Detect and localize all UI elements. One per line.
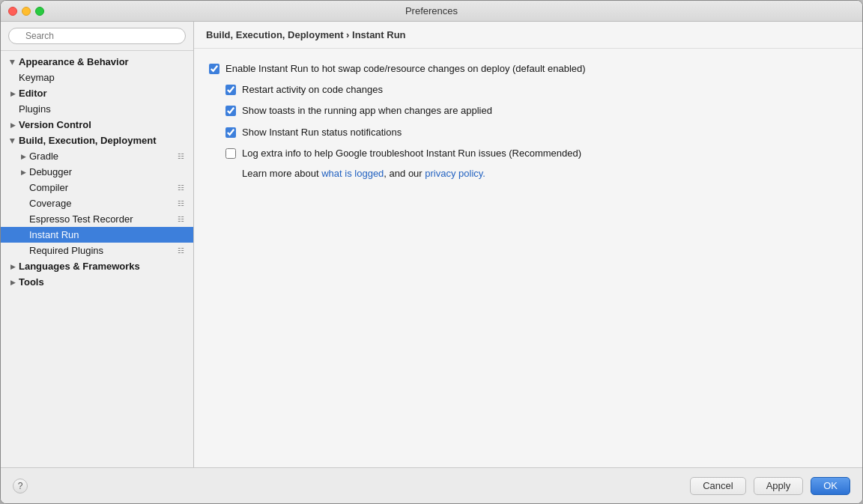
- sidebar-item-debugger[interactable]: ▶ Debugger: [1, 164, 193, 180]
- arrow-icon: ▶: [8, 89, 17, 98]
- checkbox-label-5: Log extra info to help Google troublesho…: [242, 147, 581, 160]
- page-icon: ☷: [175, 183, 186, 193]
- checkbox-row-1: Enable Instant Run to hot swap code/reso…: [209, 62, 847, 76]
- checkbox-show-status-notifications[interactable]: [225, 127, 236, 138]
- arrow-icon: ▶: [8, 121, 17, 130]
- checkbox-row-4: Show Instant Run status notifications: [225, 126, 847, 139]
- nav-tree: ▶ Appearance & Behavior Keymap ▶ Editor …: [1, 51, 193, 467]
- apply-button[interactable]: Apply: [754, 477, 804, 495]
- search-wrapper: ⌕: [8, 28, 186, 44]
- cancel-button[interactable]: Cancel: [690, 477, 745, 495]
- sidebar-item-required-plugins[interactable]: Required Plugins ☷: [1, 243, 193, 258]
- traffic-lights: [8, 7, 44, 16]
- checkbox-log-extra-info[interactable]: [225, 148, 236, 159]
- main-content: Build, Execution, Deployment › Instant R…: [194, 22, 862, 467]
- sidebar-item-coverage[interactable]: Coverage ☷: [1, 195, 193, 211]
- learn-more-prefix: Learn more about: [242, 168, 321, 179]
- sidebar-item-version-control[interactable]: ▶ Version Control: [1, 117, 193, 133]
- sidebar-item-espresso-test-recorder[interactable]: Espresso Test Recorder ☷: [1, 211, 193, 227]
- settings-panel: Enable Instant Run to hot swap code/reso…: [194, 49, 862, 467]
- arrow-icon: ▶: [8, 136, 17, 145]
- arrow-icon: ▶: [8, 278, 17, 287]
- arrow-icon: ▶: [19, 152, 28, 161]
- page-icon: ☷: [175, 198, 186, 209]
- breadcrumb: Build, Execution, Deployment › Instant R…: [194, 22, 862, 49]
- checkbox-show-toasts[interactable]: [225, 106, 236, 116]
- window-title: Preferences: [405, 5, 458, 16]
- arrow-icon: ▶: [8, 262, 17, 271]
- checkbox-row-3: Show toasts in the running app when chan…: [225, 104, 847, 118]
- checkbox-label-4: Show Instant Run status notifications: [242, 126, 402, 139]
- maximize-button[interactable]: [35, 7, 44, 16]
- page-icon: ☷: [175, 214, 186, 225]
- indent-section: Restart activity on code changes Show to…: [225, 83, 847, 179]
- search-input[interactable]: [8, 28, 186, 44]
- sidebar-item-build-execution-deployment[interactable]: ▶ Build, Execution, Deployment: [1, 133, 193, 148]
- ok-button[interactable]: OK: [811, 477, 850, 495]
- sidebar-item-tools[interactable]: ▶ Tools: [1, 274, 193, 290]
- page-icon: ☷: [175, 151, 186, 162]
- checkbox-row-2: Restart activity on code changes: [225, 83, 847, 97]
- help-button[interactable]: ?: [13, 479, 28, 494]
- close-button[interactable]: [8, 7, 17, 16]
- what-is-logged-link[interactable]: what is logged: [321, 168, 384, 179]
- sidebar: ⌕ ▶ Appearance & Behavior Keymap ▶ Edito…: [1, 22, 194, 467]
- arrow-icon: ▶: [8, 58, 17, 67]
- checkbox-label-3: Show toasts in the running app when chan…: [242, 104, 492, 118]
- checkbox-enable-instant-run[interactable]: [209, 64, 219, 74]
- sidebar-item-gradle[interactable]: ▶ Gradle ☷: [1, 148, 193, 164]
- sidebar-item-editor[interactable]: ▶ Editor: [1, 85, 193, 101]
- checkbox-restart-activity[interactable]: [225, 85, 236, 95]
- titlebar: Preferences: [1, 1, 862, 22]
- arrow-icon: ▶: [19, 168, 28, 177]
- footer: ? Cancel Apply OK: [1, 467, 862, 503]
- page-icon: ☷: [175, 246, 186, 256]
- minimize-button[interactable]: [22, 7, 31, 16]
- learn-more-middle: , and our: [384, 168, 425, 179]
- preferences-window: Preferences ⌕ ▶ Appearance & Behavior Ke…: [0, 0, 863, 504]
- checkbox-label-1: Enable Instant Run to hot swap code/reso…: [225, 62, 586, 76]
- sidebar-item-plugins[interactable]: Plugins: [1, 101, 193, 117]
- learn-more-section: Learn more about what is logged, and our…: [242, 168, 847, 179]
- search-container: ⌕: [1, 22, 193, 51]
- checkbox-row-5: Log extra info to help Google troublesho…: [225, 147, 847, 160]
- sidebar-item-instant-run[interactable]: Instant Run: [1, 227, 193, 243]
- checkbox-label-2: Restart activity on code changes: [242, 83, 383, 97]
- privacy-policy-link[interactable]: privacy policy.: [425, 168, 485, 179]
- main-layout: ⌕ ▶ Appearance & Behavior Keymap ▶ Edito…: [1, 22, 862, 467]
- sidebar-item-keymap[interactable]: Keymap: [1, 70, 193, 85]
- sidebar-item-compiler[interactable]: Compiler ☷: [1, 180, 193, 195]
- sidebar-item-appearance-behavior[interactable]: ▶ Appearance & Behavior: [1, 54, 193, 70]
- sidebar-item-languages-frameworks[interactable]: ▶ Languages & Frameworks: [1, 258, 193, 274]
